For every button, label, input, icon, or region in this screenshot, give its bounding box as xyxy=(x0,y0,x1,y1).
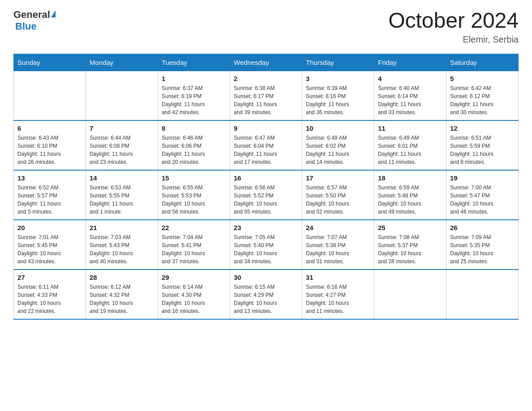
day-info: Sunrise: 6:44 AM Sunset: 6:08 PM Dayligh… xyxy=(90,134,154,166)
day-info: Sunrise: 6:59 AM Sunset: 5:48 PM Dayligh… xyxy=(378,184,442,216)
day-number: 8 xyxy=(162,124,226,132)
day-number: 17 xyxy=(306,174,370,182)
calendar-cell: 28Sunrise: 6:12 AM Sunset: 4:32 PM Dayli… xyxy=(86,270,158,319)
day-info: Sunrise: 7:07 AM Sunset: 5:38 PM Dayligh… xyxy=(306,233,370,265)
day-info: Sunrise: 6:15 AM Sunset: 4:29 PM Dayligh… xyxy=(234,283,298,315)
calendar-cell xyxy=(374,270,446,319)
day-info: Sunrise: 7:09 AM Sunset: 5:35 PM Dayligh… xyxy=(450,233,515,265)
day-number: 4 xyxy=(378,75,442,82)
day-number: 16 xyxy=(234,174,298,182)
calendar-cell: 19Sunrise: 7:00 AM Sunset: 5:47 PM Dayli… xyxy=(446,170,519,220)
day-info: Sunrise: 6:55 AM Sunset: 5:53 PM Dayligh… xyxy=(162,184,226,216)
day-info: Sunrise: 6:11 AM Sunset: 4:33 PM Dayligh… xyxy=(17,283,82,315)
calendar-week-row: 20Sunrise: 7:01 AM Sunset: 5:45 PM Dayli… xyxy=(14,220,519,270)
day-number: 24 xyxy=(306,224,370,231)
day-info: Sunrise: 6:49 AM Sunset: 6:01 PM Dayligh… xyxy=(378,134,442,166)
day-number: 6 xyxy=(17,124,82,132)
calendar-cell: 16Sunrise: 6:56 AM Sunset: 5:52 PM Dayli… xyxy=(230,170,302,220)
logo: General Blue xyxy=(13,9,56,32)
day-number: 27 xyxy=(17,274,82,281)
day-number: 31 xyxy=(306,274,370,281)
weekday-header-row: SundayMondayTuesdayWednesdayThursdayFrid… xyxy=(14,54,519,71)
calendar-week-row: 1Sunrise: 6:37 AM Sunset: 6:19 PM Daylig… xyxy=(14,71,519,120)
day-number: 15 xyxy=(162,174,226,182)
weekday-header-monday: Monday xyxy=(86,54,158,71)
calendar-cell: 5Sunrise: 6:42 AM Sunset: 6:12 PM Daylig… xyxy=(446,71,519,120)
day-number: 9 xyxy=(234,124,298,132)
day-info: Sunrise: 6:52 AM Sunset: 5:57 PM Dayligh… xyxy=(17,184,82,216)
day-info: Sunrise: 6:14 AM Sunset: 4:30 PM Dayligh… xyxy=(162,283,226,315)
day-number: 10 xyxy=(306,124,370,132)
day-number: 21 xyxy=(90,224,154,231)
day-number: 13 xyxy=(17,174,82,182)
day-info: Sunrise: 7:00 AM Sunset: 5:47 PM Dayligh… xyxy=(450,184,515,216)
calendar-week-row: 6Sunrise: 6:43 AM Sunset: 6:10 PM Daylig… xyxy=(14,120,519,170)
day-info: Sunrise: 7:05 AM Sunset: 5:40 PM Dayligh… xyxy=(234,233,298,265)
weekday-header-saturday: Saturday xyxy=(446,54,519,71)
weekday-header-wednesday: Wednesday xyxy=(230,54,302,71)
day-info: Sunrise: 6:37 AM Sunset: 6:19 PM Dayligh… xyxy=(162,84,226,116)
calendar-cell: 3Sunrise: 6:39 AM Sunset: 6:16 PM Daylig… xyxy=(302,71,374,120)
calendar-cell xyxy=(446,270,519,319)
day-number: 1 xyxy=(162,75,226,82)
day-number: 29 xyxy=(162,274,226,281)
calendar-cell: 11Sunrise: 6:49 AM Sunset: 6:01 PM Dayli… xyxy=(374,120,446,170)
weekday-header-tuesday: Tuesday xyxy=(158,54,230,71)
calendar-cell: 8Sunrise: 6:46 AM Sunset: 6:06 PM Daylig… xyxy=(158,120,230,170)
calendar-cell xyxy=(86,71,158,120)
day-info: Sunrise: 7:08 AM Sunset: 5:37 PM Dayligh… xyxy=(378,233,442,265)
day-number: 7 xyxy=(90,124,154,132)
day-number: 25 xyxy=(378,224,442,231)
calendar-cell: 23Sunrise: 7:05 AM Sunset: 5:40 PM Dayli… xyxy=(230,220,302,270)
day-number: 26 xyxy=(450,224,515,231)
calendar-cell: 29Sunrise: 6:14 AM Sunset: 4:30 PM Dayli… xyxy=(158,270,230,319)
page-header: General Blue October 2024 Elemir, Serbia xyxy=(13,9,519,45)
day-info: Sunrise: 6:38 AM Sunset: 6:17 PM Dayligh… xyxy=(234,84,298,116)
day-number: 12 xyxy=(450,124,515,132)
day-number: 3 xyxy=(306,75,370,82)
calendar-cell: 21Sunrise: 7:03 AM Sunset: 5:43 PM Dayli… xyxy=(86,220,158,270)
logo-general-text: General xyxy=(13,9,50,21)
day-info: Sunrise: 6:39 AM Sunset: 6:16 PM Dayligh… xyxy=(306,84,370,116)
calendar-cell: 25Sunrise: 7:08 AM Sunset: 5:37 PM Dayli… xyxy=(374,220,446,270)
calendar-cell: 10Sunrise: 6:48 AM Sunset: 6:02 PM Dayli… xyxy=(302,120,374,170)
calendar-cell: 26Sunrise: 7:09 AM Sunset: 5:35 PM Dayli… xyxy=(446,220,519,270)
calendar-cell: 7Sunrise: 6:44 AM Sunset: 6:08 PM Daylig… xyxy=(86,120,158,170)
calendar-cell: 30Sunrise: 6:15 AM Sunset: 4:29 PM Dayli… xyxy=(230,270,302,319)
day-number: 23 xyxy=(234,224,298,231)
day-info: Sunrise: 6:42 AM Sunset: 6:12 PM Dayligh… xyxy=(450,84,515,116)
day-info: Sunrise: 6:16 AM Sunset: 4:27 PM Dayligh… xyxy=(306,283,370,315)
calendar-cell: 6Sunrise: 6:43 AM Sunset: 6:10 PM Daylig… xyxy=(14,120,86,170)
day-info: Sunrise: 6:57 AM Sunset: 5:50 PM Dayligh… xyxy=(306,184,370,216)
day-info: Sunrise: 6:53 AM Sunset: 5:55 PM Dayligh… xyxy=(90,184,154,216)
logo-blue-text: Blue xyxy=(15,21,37,32)
day-info: Sunrise: 6:46 AM Sunset: 6:06 PM Dayligh… xyxy=(162,134,226,166)
weekday-header-friday: Friday xyxy=(374,54,446,71)
day-number: 20 xyxy=(17,224,82,231)
calendar-cell: 9Sunrise: 6:47 AM Sunset: 6:04 PM Daylig… xyxy=(230,120,302,170)
calendar-cell: 4Sunrise: 6:40 AM Sunset: 6:14 PM Daylig… xyxy=(374,71,446,120)
calendar-cell: 12Sunrise: 6:51 AM Sunset: 5:59 PM Dayli… xyxy=(446,120,519,170)
day-number: 18 xyxy=(378,174,442,182)
day-number: 2 xyxy=(234,75,298,82)
calendar-cell: 27Sunrise: 6:11 AM Sunset: 4:33 PM Dayli… xyxy=(14,270,86,319)
day-number: 19 xyxy=(450,174,515,182)
day-info: Sunrise: 6:48 AM Sunset: 6:02 PM Dayligh… xyxy=(306,134,370,166)
day-number: 22 xyxy=(162,224,226,231)
month-title: October 2024 xyxy=(388,9,519,33)
day-info: Sunrise: 6:56 AM Sunset: 5:52 PM Dayligh… xyxy=(234,184,298,216)
day-info: Sunrise: 6:43 AM Sunset: 6:10 PM Dayligh… xyxy=(17,134,82,166)
day-number: 28 xyxy=(90,274,154,281)
calendar-cell: 15Sunrise: 6:55 AM Sunset: 5:53 PM Dayli… xyxy=(158,170,230,220)
calendar-week-row: 27Sunrise: 6:11 AM Sunset: 4:33 PM Dayli… xyxy=(14,270,519,319)
day-info: Sunrise: 7:03 AM Sunset: 5:43 PM Dayligh… xyxy=(90,233,154,265)
location-text: Elemir, Serbia xyxy=(388,34,519,45)
day-info: Sunrise: 6:40 AM Sunset: 6:14 PM Dayligh… xyxy=(378,84,442,116)
calendar-cell: 1Sunrise: 6:37 AM Sunset: 6:19 PM Daylig… xyxy=(158,71,230,120)
calendar-cell: 18Sunrise: 6:59 AM Sunset: 5:48 PM Dayli… xyxy=(374,170,446,220)
day-info: Sunrise: 6:12 AM Sunset: 4:32 PM Dayligh… xyxy=(90,283,154,315)
day-number: 11 xyxy=(378,124,442,132)
day-info: Sunrise: 6:51 AM Sunset: 5:59 PM Dayligh… xyxy=(450,134,515,166)
calendar-cell: 31Sunrise: 6:16 AM Sunset: 4:27 PM Dayli… xyxy=(302,270,374,319)
day-number: 30 xyxy=(234,274,298,281)
